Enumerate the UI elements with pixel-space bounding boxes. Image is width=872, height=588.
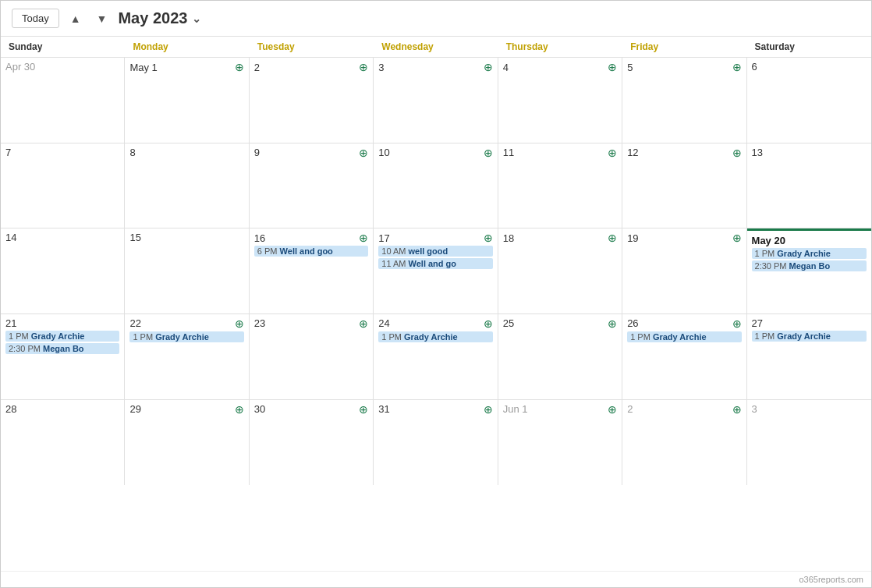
day-number-label: Apr 30 xyxy=(5,61,35,73)
day-headers: Sunday Monday Tuesday Wednesday Thursday… xyxy=(1,37,871,58)
day-cell-3-1[interactable]: 22⊕1 PM Grady Archie xyxy=(125,314,249,399)
event-item[interactable]: 2:30 PM Megan Bo xyxy=(5,343,119,354)
event-title: Grady Archie xyxy=(777,331,831,341)
day-number-label: 29 xyxy=(129,403,140,415)
day-number-label: 9 xyxy=(254,147,260,158)
event-item[interactable]: 1 PM Grady Archie xyxy=(378,331,492,342)
day-cell-1-5[interactable]: 12⊕ xyxy=(622,143,746,228)
add-event-icon[interactable]: ⊕ xyxy=(732,403,742,416)
day-cell-4-5[interactable]: 2⊕ xyxy=(622,400,746,486)
add-event-icon[interactable]: ⊕ xyxy=(732,147,742,159)
day-cell-1-0[interactable]: 7 xyxy=(1,143,125,228)
day-cell-2-0[interactable]: 14 xyxy=(1,228,125,313)
day-cell-0-2[interactable]: 2⊕ xyxy=(250,58,374,143)
event-time: 6 PM xyxy=(257,246,280,256)
day-cell-1-1[interactable]: 8 xyxy=(125,143,249,228)
day-cell-2-1[interactable]: 15 xyxy=(125,228,249,313)
add-event-icon[interactable]: ⊕ xyxy=(484,147,493,159)
add-event-icon[interactable]: ⊕ xyxy=(359,61,368,73)
event-time: 1 PM xyxy=(755,331,778,341)
day-cell-4-2[interactable]: 30⊕ xyxy=(250,400,374,486)
header-friday: Friday xyxy=(622,37,746,57)
event-item[interactable]: 1 PM Grady Archie xyxy=(627,331,741,342)
add-event-icon[interactable]: ⊕ xyxy=(608,61,617,73)
day-cell-3-2[interactable]: 23⊕ xyxy=(250,314,374,399)
day-cell-1-6[interactable]: 13 xyxy=(747,143,871,228)
day-cell-0-6[interactable]: 6 xyxy=(747,58,871,143)
day-number-label: 30 xyxy=(254,403,265,415)
add-event-icon[interactable]: ⊕ xyxy=(359,317,368,330)
event-item[interactable]: 1 PM Grady Archie xyxy=(752,248,867,259)
day-cell-2-4[interactable]: 18⊕ xyxy=(498,228,622,313)
week-row-2: 141516⊕6 PM Well and goo17⊕10 AM well go… xyxy=(1,228,871,314)
add-event-icon[interactable]: ⊕ xyxy=(484,61,493,73)
event-item[interactable]: 1 PM Grady Archie xyxy=(752,331,867,342)
event-item[interactable]: 2:30 PM Megan Bo xyxy=(752,260,867,271)
header-tuesday: Tuesday xyxy=(250,37,374,57)
add-event-icon[interactable]: ⊕ xyxy=(608,317,617,330)
day-cell-3-3[interactable]: 24⊕1 PM Grady Archie xyxy=(374,314,498,399)
month-title: May 2023 ⌄ xyxy=(118,9,201,27)
day-cell-0-0[interactable]: Apr 30 xyxy=(1,58,125,143)
event-title: Grady Archie xyxy=(404,332,458,342)
event-item[interactable]: 6 PM Well and goo xyxy=(254,246,368,257)
add-event-icon[interactable]: ⊕ xyxy=(732,317,742,330)
day-cell-1-4[interactable]: 11⊕ xyxy=(498,143,622,228)
day-cell-1-2[interactable]: 9⊕ xyxy=(250,143,374,228)
next-button[interactable]: ▼ xyxy=(92,9,112,28)
day-cell-3-4[interactable]: 25⊕ xyxy=(498,314,622,399)
day-cell-0-1[interactable]: May 1⊕ xyxy=(125,58,249,143)
today-button[interactable]: Today xyxy=(12,9,59,28)
day-cell-2-6[interactable]: May 20⊕1 PM Grady Archie2:30 PM Megan Bo xyxy=(747,228,871,313)
header-sunday: Sunday xyxy=(1,37,125,57)
day-cell-3-0[interactable]: 211 PM Grady Archie2:30 PM Megan Bo xyxy=(1,314,125,399)
add-event-icon[interactable]: ⊕ xyxy=(732,61,742,73)
day-cell-4-6[interactable]: 3 xyxy=(747,400,871,486)
add-event-icon[interactable]: ⊕ xyxy=(359,232,368,244)
day-cell-4-4[interactable]: Jun 1⊕ xyxy=(498,400,622,486)
day-number-label: 22 xyxy=(129,317,140,329)
day-cell-0-3[interactable]: 3⊕ xyxy=(374,58,498,143)
add-event-icon[interactable]: ⊕ xyxy=(484,232,493,244)
event-item[interactable]: 11 AM Well and go xyxy=(378,258,492,269)
add-event-icon[interactable]: ⊕ xyxy=(608,232,617,244)
add-event-icon[interactable]: ⊕ xyxy=(732,232,742,244)
add-event-icon[interactable]: ⊕ xyxy=(235,317,244,330)
day-cell-0-5[interactable]: 5⊕ xyxy=(622,58,746,143)
add-event-icon[interactable]: ⊕ xyxy=(359,147,368,159)
event-item[interactable]: 1 PM Grady Archie xyxy=(5,331,119,342)
watermark: o365reports.com xyxy=(799,575,863,584)
day-cell-4-3[interactable]: 31⊕ xyxy=(374,400,498,486)
day-number-label: 3 xyxy=(752,403,757,415)
event-item[interactable]: 10 AM well good xyxy=(378,246,492,257)
day-cell-4-0[interactable]: 28 xyxy=(1,400,125,486)
month-dropdown-icon[interactable]: ⌄ xyxy=(192,12,201,25)
add-event-icon[interactable]: ⊕ xyxy=(484,317,493,330)
day-cell-2-2[interactable]: 16⊕6 PM Well and goo xyxy=(250,228,374,313)
week-row-4: 2829⊕30⊕31⊕Jun 1⊕2⊕3 xyxy=(1,400,871,486)
day-cell-4-1[interactable]: 29⊕ xyxy=(125,400,249,486)
day-cell-1-3[interactable]: 10⊕ xyxy=(374,143,498,228)
day-cell-3-6[interactable]: 271 PM Grady Archie xyxy=(747,314,871,399)
add-event-icon[interactable]: ⊕ xyxy=(235,403,244,416)
event-title: Grady Archie xyxy=(653,332,707,342)
add-event-icon[interactable]: ⊕ xyxy=(608,147,617,159)
day-cell-3-5[interactable]: 26⊕1 PM Grady Archie xyxy=(622,314,746,399)
day-number-label: 28 xyxy=(5,403,16,415)
day-cell-2-3[interactable]: 17⊕10 AM well good11 AM Well and go xyxy=(374,228,498,313)
event-item[interactable]: 1 PM Grady Archie xyxy=(129,331,243,342)
header-thursday: Thursday xyxy=(498,37,622,57)
add-event-icon[interactable]: ⊕ xyxy=(484,403,493,416)
day-cell-2-5[interactable]: 19⊕ xyxy=(622,228,746,313)
day-cell-0-4[interactable]: 4⊕ xyxy=(498,58,622,143)
event-title: Megan Bo xyxy=(789,261,831,271)
calendar-wrapper: Today ▲ ▼ May 2023 ⌄ Sunday Monday Tuesd… xyxy=(0,0,872,588)
add-event-icon[interactable]: ⊕ xyxy=(235,61,244,73)
add-event-icon[interactable]: ⊕ xyxy=(608,403,617,416)
prev-button[interactable]: ▲ xyxy=(66,9,86,28)
day-number-label: 2 xyxy=(254,62,260,73)
event-time: 1 PM xyxy=(133,332,155,342)
add-event-icon[interactable]: ⊕ xyxy=(359,403,368,416)
event-time: 2:30 PM xyxy=(755,261,789,271)
footer: o365reports.com xyxy=(1,571,871,587)
